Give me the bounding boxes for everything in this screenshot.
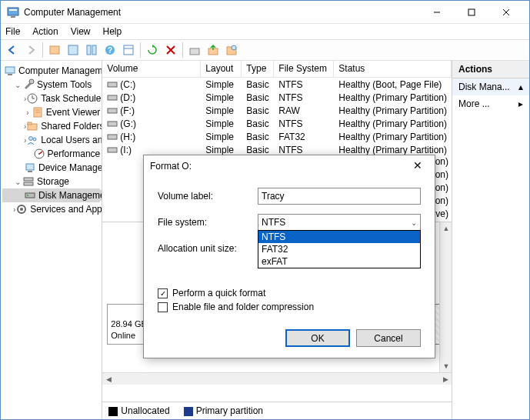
tree-item[interactable]: ›Local Users and Groups	[2, 133, 100, 147]
volume-row[interactable]: (H:)SimpleBasicFAT32Healthy (Primary Par…	[102, 130, 452, 143]
tree-item[interactable]: ›Task Scheduler	[2, 92, 100, 105]
legend-swatch-unallocated	[108, 407, 118, 416]
filesystem-option[interactable]: NTFS	[258, 231, 420, 243]
svg-rect-1	[9, 9, 17, 11]
volume-row[interactable]: (C:)SimpleBasicNTFSHealthy (Boot, Page F…	[102, 78, 452, 91]
svg-text:?: ?	[108, 46, 112, 55]
svg-rect-0	[8, 8, 18, 15]
volume-row[interactable]: (G:)SimpleBasicNTFSHealthy (Primary Part…	[102, 117, 452, 130]
device-icon	[24, 162, 36, 174]
quick-format-checkbox[interactable]: ✓ Perform a quick format	[158, 288, 421, 298]
close-button[interactable]	[488, 1, 523, 23]
computer-icon	[4, 65, 16, 77]
maximize-button[interactable]	[454, 1, 488, 23]
menu-view[interactable]: View	[71, 26, 91, 37]
volume-row[interactable]: (D:)SimpleBasicNTFSHealthy (Primary Part…	[102, 91, 452, 104]
tree-item[interactable]: ›Shared Folders	[2, 119, 100, 133]
help-button[interactable]: ?	[102, 42, 118, 58]
svg-point-23	[29, 79, 34, 84]
toolbar-btn-1[interactable]	[46, 42, 63, 58]
scroll-right-button[interactable]: ▶	[439, 373, 452, 385]
chevron-down-icon: ⌄	[411, 218, 417, 227]
scroll-left-button[interactable]: ◀	[102, 373, 115, 385]
toolbar-btn-2[interactable]	[65, 42, 82, 58]
toolbar-btn-5[interactable]	[120, 42, 137, 58]
forward-button[interactable]	[22, 42, 39, 58]
toolbar: ?	[1, 39, 529, 61]
col-type[interactable]: Type	[242, 61, 274, 77]
menu-bar: File Action View Help	[1, 24, 529, 39]
tree-services[interactable]: › Services and Applications	[2, 202, 100, 216]
filesystem-select[interactable]: NTFS ⌄ NTFSFAT32exFAT	[258, 214, 421, 231]
compression-checkbox[interactable]: Enable file and folder compression	[158, 302, 421, 312]
title-bar: Computer Management	[1, 1, 529, 24]
menu-help[interactable]: Help	[103, 26, 122, 37]
minimize-button[interactable]	[419, 1, 454, 23]
back-button[interactable]	[4, 42, 21, 58]
filesystem-label: File system:	[158, 217, 258, 228]
filesystem-option[interactable]: exFAT	[258, 255, 420, 268]
toolbar-btn-9[interactable]	[205, 42, 222, 58]
tree-disk-management[interactable]: Disk Management	[2, 188, 100, 202]
ok-button[interactable]: OK	[285, 329, 350, 347]
checkbox-checked-icon: ✓	[158, 288, 168, 298]
nav-tree: Computer Management (Local) ⌄ System Too…	[1, 61, 102, 419]
legend: Unallocated Primary partition	[102, 402, 452, 419]
svg-rect-8	[68, 45, 78, 55]
menu-action[interactable]: Action	[32, 26, 58, 37]
filesystem-option[interactable]: FAT32	[258, 243, 420, 255]
cancel-button[interactable]: Cancel	[356, 329, 421, 347]
tree-item[interactable]: ›Event Viewer	[2, 105, 100, 119]
volume-label-input[interactable]	[258, 188, 421, 205]
refresh-button[interactable]	[144, 42, 161, 58]
actions-header: Actions	[452, 61, 529, 78]
delete-button[interactable]	[162, 42, 179, 58]
svg-rect-47	[108, 108, 117, 113]
tree-storage[interactable]: ⌄ Storage	[2, 175, 100, 188]
svg-rect-31	[28, 122, 32, 125]
toolbar-btn-10[interactable]	[223, 42, 240, 58]
dialog-close-button[interactable]: ✕	[407, 157, 428, 175]
col-layout[interactable]: Layout	[201, 61, 242, 77]
col-filesystem[interactable]: File System	[274, 61, 334, 77]
svg-point-33	[33, 138, 36, 141]
col-volume[interactable]: Volume	[102, 61, 201, 77]
svg-point-44	[20, 208, 23, 211]
storage-icon	[22, 175, 35, 188]
svg-point-42	[27, 195, 28, 196]
col-status[interactable]: Status	[334, 61, 452, 77]
toolbar-btn-3[interactable]	[83, 42, 100, 58]
expand-icon[interactable]: ›	[24, 108, 32, 117]
actions-disk-management[interactable]: Disk Mana... ▴	[452, 78, 529, 95]
chevron-up-icon: ▴	[518, 82, 523, 92]
chevron-right-icon: ▸	[518, 98, 523, 109]
tree-root[interactable]: Computer Management (Local)	[2, 64, 100, 78]
toolbar-btn-8[interactable]	[186, 42, 203, 58]
window-title: Computer Management	[24, 7, 419, 18]
tree-item[interactable]: Device Manager	[2, 161, 100, 175]
svg-point-20	[232, 45, 236, 50]
clock-icon	[26, 92, 38, 105]
svg-rect-45	[108, 82, 117, 87]
filesystem-options: NTFSFAT32exFAT	[258, 230, 421, 268]
svg-rect-7	[50, 46, 59, 54]
format-dialog: Format O: ✕ Volume label: File system: N…	[143, 155, 435, 358]
event-icon	[32, 106, 44, 118]
svg-rect-46	[108, 95, 117, 100]
services-icon	[15, 203, 28, 215]
tree-system-tools[interactable]: ⌄ System Tools	[2, 78, 100, 92]
svg-rect-40	[24, 182, 33, 185]
volume-row[interactable]: (F:)SimpleBasicRAWHealthy (Primary Parti…	[102, 104, 452, 117]
app-icon	[7, 6, 19, 18]
menu-file[interactable]: File	[5, 26, 20, 37]
volume-label-label: Volume label:	[158, 191, 258, 202]
collapse-icon[interactable]: ⌄	[13, 81, 22, 89]
disk-icon	[24, 189, 36, 202]
collapse-icon[interactable]: ⌄	[13, 178, 22, 186]
users-icon	[26, 134, 38, 146]
svg-rect-17	[190, 48, 199, 55]
tree-item[interactable]: Performance	[2, 147, 100, 161]
actions-more[interactable]: More ... ▸	[452, 95, 529, 112]
vertical-scrollbar[interactable]: ▲ ▼	[439, 222, 452, 372]
svg-rect-10	[92, 45, 96, 55]
